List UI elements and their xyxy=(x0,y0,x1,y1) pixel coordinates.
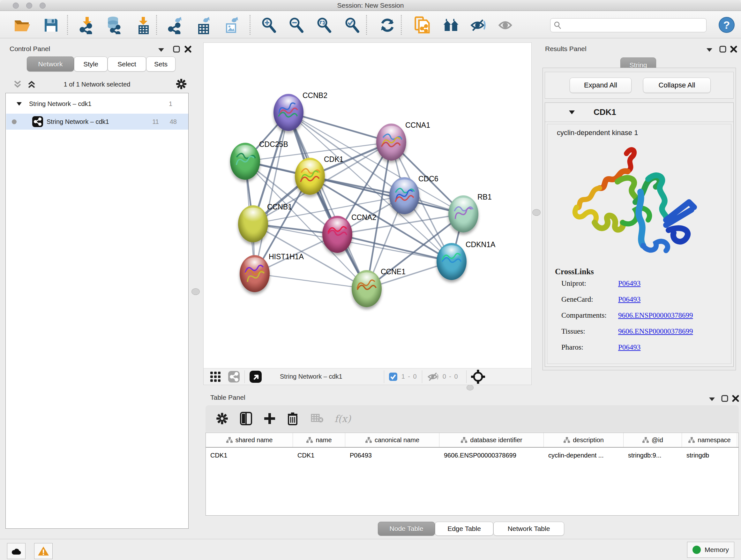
panel-close-icon[interactable] xyxy=(730,46,737,53)
hide-selected-icon[interactable] xyxy=(470,17,487,34)
gene-section-header[interactable]: CDK1 xyxy=(545,103,733,122)
zoom-selected-icon[interactable] xyxy=(344,17,360,34)
column-header-id[interactable]: @id xyxy=(623,433,682,447)
column-attribute-icon xyxy=(688,437,695,443)
crosslink-row: Tissues:9606.ENSP00000378699 xyxy=(561,327,732,335)
protein-thumbnail xyxy=(230,143,260,180)
tab-node-table[interactable]: Node Table xyxy=(378,522,435,536)
cell-name[interactable]: CDK1 xyxy=(293,448,345,462)
warnings-button[interactable] xyxy=(34,543,53,559)
save-session-icon[interactable] xyxy=(43,17,59,34)
export-table-icon[interactable] xyxy=(195,17,212,34)
search-input[interactable] xyxy=(562,22,696,29)
tab-network[interactable]: Network xyxy=(27,57,74,71)
cell-id[interactable]: stringdb:9... xyxy=(623,448,682,462)
import-table-from-file-icon[interactable] xyxy=(135,17,151,34)
network-node-HIST1H1A[interactable] xyxy=(240,255,270,292)
network-canvas[interactable]: CCNB2CCNA1CDC25BCDK1CDC6RB1CCNB1CCNA2CDK… xyxy=(204,43,531,368)
gear-icon[interactable] xyxy=(176,78,187,90)
grid-view-icon[interactable] xyxy=(210,371,221,382)
column-header-canonicalname[interactable]: canonical name xyxy=(345,433,440,447)
search-box[interactable] xyxy=(550,18,706,32)
panel-menu-icon[interactable] xyxy=(709,397,716,401)
column-attribute-icon xyxy=(365,437,372,443)
cell-description[interactable]: cyclin-dependent ... xyxy=(544,448,623,462)
section-collapse-icon[interactable] xyxy=(569,110,575,115)
crosslink-value-link[interactable]: P06493 xyxy=(618,295,641,304)
selected-checkbox[interactable] xyxy=(389,372,398,381)
column-header-name[interactable]: name xyxy=(293,433,345,447)
delete-column-icon[interactable] xyxy=(287,412,298,425)
network-node-CCNA1[interactable] xyxy=(376,124,406,161)
left-splitter-handle[interactable] xyxy=(192,288,200,295)
panel-close-icon[interactable] xyxy=(185,46,192,53)
panel-float-icon[interactable] xyxy=(721,395,728,402)
clone-network-icon[interactable] xyxy=(414,17,430,34)
zoom-in-icon[interactable] xyxy=(261,17,277,34)
crosslink-value-link[interactable]: 9606.ENSP00000378699 xyxy=(618,311,693,320)
collection-expand-icon[interactable] xyxy=(16,102,22,106)
add-column-icon[interactable] xyxy=(264,413,276,425)
network-node-CDK1[interactable] xyxy=(295,158,325,195)
network-node-CCNE1[interactable] xyxy=(352,270,382,307)
tab-edge-table[interactable]: Edge Table xyxy=(435,522,493,536)
column-header-description[interactable]: description xyxy=(544,433,623,447)
protein-thumbnail xyxy=(240,255,270,292)
column-header-namespace[interactable]: namespace xyxy=(682,433,737,447)
tab-select[interactable]: Select xyxy=(108,57,146,71)
export-image-icon[interactable] xyxy=(223,17,239,34)
tab-network-table[interactable]: Network Table xyxy=(493,522,564,536)
network-node-RB1[interactable] xyxy=(448,195,478,233)
panel-close-icon[interactable] xyxy=(732,395,739,402)
network-row[interactable]: String Network – cdk1 11 48 xyxy=(6,114,188,130)
crosslink-value-link[interactable]: P06493 xyxy=(618,343,641,352)
column-header-sharedname[interactable]: shared name xyxy=(206,433,293,447)
network-node-CCNB2[interactable] xyxy=(273,94,304,131)
cell-namespace[interactable]: stringdb xyxy=(682,448,737,462)
tab-sets[interactable]: Sets xyxy=(146,57,176,71)
network-node-CCNA2[interactable] xyxy=(322,216,352,253)
network-node-CDKN1A[interactable] xyxy=(436,243,467,280)
collection-name: String Network – cdk1 xyxy=(29,100,91,108)
tab-style[interactable]: Style xyxy=(74,57,108,71)
network-node-CDC25B[interactable] xyxy=(230,143,260,180)
zoom-out-icon[interactable] xyxy=(288,17,305,34)
gear-icon[interactable] xyxy=(216,412,228,425)
cell-canonicalname[interactable]: P06493 xyxy=(345,448,440,462)
crosslink-value-link[interactable]: P06493 xyxy=(618,279,641,288)
zoom-fit-icon[interactable] xyxy=(316,17,333,34)
cloud-button[interactable] xyxy=(7,543,25,559)
panel-float-icon[interactable] xyxy=(719,46,726,53)
birdseye-icon[interactable] xyxy=(471,370,485,384)
network-collection-row[interactable]: String Network – cdk1 1 xyxy=(6,96,188,112)
column-visibility-icon[interactable] xyxy=(240,412,252,425)
share-view-icon[interactable] xyxy=(228,371,240,383)
memory-button[interactable]: Memory xyxy=(687,542,734,558)
column-header-databaseidentifier[interactable]: database identifier xyxy=(440,433,544,447)
panel-float-icon[interactable] xyxy=(173,46,180,53)
import-network-from-file-icon[interactable] xyxy=(78,17,95,34)
cell-sharedname[interactable]: CDK1 xyxy=(206,448,293,462)
collapse-all-button[interactable]: Collapse All xyxy=(643,78,711,93)
node-label-CCNA2: CCNA2 xyxy=(351,213,376,222)
open-session-icon[interactable] xyxy=(14,17,30,34)
export-network-icon[interactable] xyxy=(167,17,184,34)
help-button[interactable]: ? xyxy=(719,17,735,33)
panel-menu-icon[interactable] xyxy=(706,48,713,52)
results-content-box: Expand All Collapse All CDK1 cyclin-depe… xyxy=(542,68,736,370)
cell-databaseidentifier[interactable]: 9606.ENSP00000378699 xyxy=(440,448,544,462)
first-neighbors-icon[interactable] xyxy=(443,17,460,34)
crosslink-value-link[interactable]: 9606.ENSP00000378699 xyxy=(618,327,693,335)
open-in-window-icon[interactable] xyxy=(249,370,262,383)
panel-menu-icon[interactable] xyxy=(158,48,165,52)
crosslink-label: Uniprot: xyxy=(561,279,618,288)
right-splitter-handle[interactable] xyxy=(532,209,541,216)
network-node-CDC6[interactable] xyxy=(389,177,419,214)
show-all-hidden-icon[interactable] xyxy=(498,17,515,34)
expand-all-button[interactable]: Expand All xyxy=(569,78,631,93)
network-node-CCNB1[interactable] xyxy=(238,205,268,242)
hidden-counts: 0 - 0 xyxy=(443,373,459,380)
refresh-icon[interactable] xyxy=(379,17,396,34)
hidden-eye-icon xyxy=(427,372,440,382)
import-network-from-database-icon[interactable] xyxy=(105,17,122,34)
